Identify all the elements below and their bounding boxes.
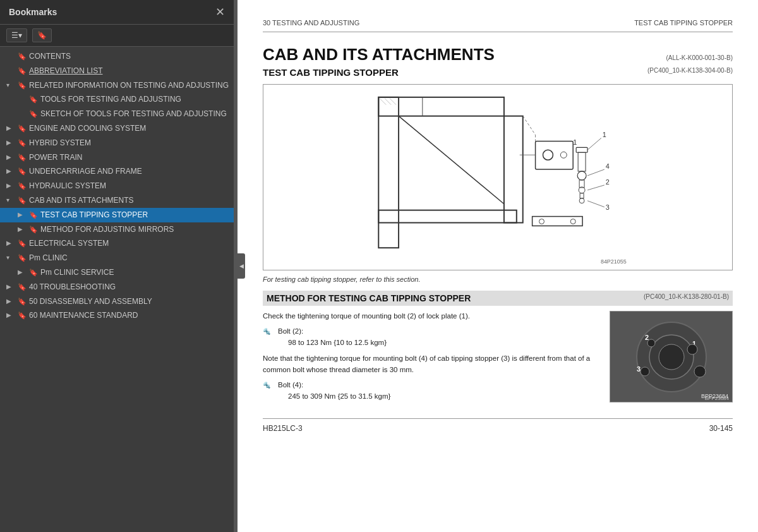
toggle-arrow-maintenance[interactable]: ▶ <box>6 311 15 320</box>
sidebar-content[interactable]: 🔖CONTENTS🔖ABBREVIATION LIST▾🔖RELATED INF… <box>0 47 234 532</box>
bolt2-value: 98 to 123 Nm {10 to 12.5 kgm} <box>278 339 387 346</box>
sidebar-item-disassembly[interactable]: ▶🔖50 DISASSEMBLY AND ASSEMBLY <box>0 294 234 309</box>
bookmark-icon-cab-attachments: 🔖 <box>18 196 27 205</box>
collapse-button[interactable]: ◀ <box>238 253 245 279</box>
bookmark-label-contents: CONTENTS <box>29 51 230 62</box>
bookmark-label-electrical: ELECTRICAL SYSTEM <box>29 238 230 249</box>
bookmark-icon-contents: 🔖 <box>18 52 27 61</box>
bookmark-label-related-info: RELATED INFORMATION ON TESTING AND ADJUS… <box>29 80 230 91</box>
toggle-arrow-pm-clinic[interactable]: ▾ <box>6 253 15 262</box>
sub-title: TEST CAB TIPPING STOPPER <box>263 67 399 78</box>
sub-title-ref: (PC400_10-K-K138-304-00-B) <box>647 67 733 74</box>
sidebar-item-sketch-tools[interactable]: 🔖SKETCH OF TOOLS FOR TESTING AND ADJUSTI… <box>0 107 234 121</box>
bookmark-icon-undercarriage: 🔖 <box>18 167 27 176</box>
bookmark-icon-maintenance: 🔖 <box>18 311 27 320</box>
sidebar-item-maintenance[interactable]: ▶🔖60 MAINTENANCE STANDARD <box>0 308 234 323</box>
method-content: Check the tightening torque of mounting … <box>263 311 733 406</box>
toggle-arrow-engine-cooling[interactable]: ▶ <box>6 124 15 133</box>
main-title: CAB AND ITS ATTACHMENTS <box>263 45 495 64</box>
toggle-arrow-hybrid[interactable]: ▶ <box>6 138 15 147</box>
sidebar-item-power-train[interactable]: ▶🔖POWER TRAIN <box>0 150 234 165</box>
bookmark-label-cab-attachments: CAB AND ITS ATTACHMENTS <box>29 195 230 206</box>
sidebar-header: Bookmarks ✕ <box>0 0 234 25</box>
method-para1: Check the tightening torque of mounting … <box>263 311 603 322</box>
bookmark-icon-hydraulic: 🔖 <box>18 181 27 191</box>
sidebar-item-tools-testing[interactable]: 🔖TOOLS FOR TESTING AND ADJUSTING <box>0 92 234 107</box>
toolbar-menu-button[interactable]: ☰▾ <box>6 28 27 42</box>
sidebar-title: Bookmarks <box>9 7 57 17</box>
diagram-note: For testing cab tipping stopper, refer t… <box>263 275 733 283</box>
page-footer: HB215LC-3 30-145 <box>263 418 733 433</box>
toggle-arrow-disassembly[interactable]: ▶ <box>6 297 15 306</box>
sidebar-close-button[interactable]: ✕ <box>215 6 225 18</box>
bookmark-label-disassembly: 50 DISASSEMBLY AND ASSEMBLY <box>29 296 230 307</box>
bookmark-label-undercarriage: UNDERCARRIAGE AND FRAME <box>29 166 230 177</box>
svg-text:4: 4 <box>606 162 610 170</box>
sidebar-item-troubleshooting[interactable]: ▶🔖40 TROUBLESHOOTING <box>0 280 234 294</box>
toggle-arrow-cab-attachments[interactable]: ▾ <box>6 196 15 205</box>
sidebar-item-hybrid[interactable]: ▶🔖HYBRID SYSTEM <box>0 136 234 150</box>
bolt4-label: Bolt (4): <box>278 381 303 389</box>
main-content: 30 TESTING AND ADJUSTING TEST CAB TIPPIN… <box>238 0 758 532</box>
bookmark-label-engine-cooling: ENGINE AND COOLING SYSTEM <box>29 123 230 134</box>
bookmark-icon-hybrid: 🔖 <box>18 138 27 148</box>
bookmark-label-sketch-tools: SKETCH OF TOOLS FOR TESTING AND ADJUSTIN… <box>40 109 230 119</box>
toggle-arrow-undercarriage[interactable]: ▶ <box>6 167 15 176</box>
bookmark-label-hydraulic: HYDRAULIC SYSTEM <box>29 181 230 191</box>
page-header-bar: 30 TESTING AND ADJUSTING TEST CAB TIPPIN… <box>263 19 733 32</box>
bolt2-label: Bolt (2): <box>278 327 303 335</box>
header-left: 30 TESTING AND ADJUSTING <box>263 19 359 27</box>
bookmark-label-hybrid: HYBRID SYSTEM <box>29 138 230 148</box>
svg-point-40 <box>659 344 684 370</box>
method-image: 2 1 3 4 BPP23684 BPP23684 <box>610 311 733 402</box>
footer-left: HB215LC-3 <box>263 424 303 433</box>
bookmark-icon-test-cab: 🔖 <box>29 210 38 220</box>
method-image-fig-label: BPP23684 <box>701 393 728 399</box>
bookmark-icon-sketch-tools: 🔖 <box>29 109 38 119</box>
sidebar-item-cab-attachments[interactable]: ▾🔖CAB AND ITS ATTACHMENTS <box>0 193 234 208</box>
svg-text:3: 3 <box>606 203 610 211</box>
toggle-arrow-troubleshooting[interactable]: ▶ <box>6 282 15 291</box>
toggle-arrow-related-info[interactable]: ▾ <box>6 81 15 90</box>
svg-point-46 <box>687 344 697 354</box>
diagram-svg: 1 1 4 2 3 <box>263 85 732 270</box>
sidebar-item-test-cab[interactable]: ▶🔖TEST CAB TIPPING STOPPER <box>0 208 234 222</box>
toggle-arrow-test-cab[interactable]: ▶ <box>18 210 27 219</box>
svg-text:3: 3 <box>637 365 641 373</box>
sidebar-item-undercarriage[interactable]: ▶🔖UNDERCARRIAGE AND FRAME <box>0 164 234 179</box>
sidebar-item-method-mirrors[interactable]: ▶🔖METHOD FOR ADJUSTING MIRRORS <box>0 222 234 237</box>
bookmark-icon-electrical: 🔖 <box>18 239 27 248</box>
main-title-ref: (ALL-K-K000-001-30-B) <box>666 54 733 61</box>
sidebar-item-contents[interactable]: 🔖CONTENTS <box>0 49 234 64</box>
sidebar-item-hydraulic[interactable]: ▶🔖HYDRAULIC SYSTEM <box>0 179 234 193</box>
bolt4-icon: 🔩 <box>263 380 274 390</box>
method-section-title: METHOD FOR TESTING CAB TIPPING STOPPER <box>267 293 471 303</box>
toggle-arrow-electrical[interactable]: ▶ <box>6 239 15 248</box>
svg-text:2: 2 <box>645 334 649 341</box>
bookmark-icon-engine-cooling: 🔖 <box>18 124 27 133</box>
bookmark-icon-pm-clinic: 🔖 <box>18 253 27 263</box>
bolt4-item: 🔩 Bolt (4): 245 to 309 Nm {25 to 31.5 kg… <box>263 380 603 402</box>
toggle-arrow-pm-clinic-service[interactable]: ▶ <box>18 268 27 277</box>
svg-rect-0 <box>341 85 655 270</box>
bookmark-label-method-mirrors: METHOD FOR ADJUSTING MIRRORS <box>40 224 230 235</box>
sidebar: Bookmarks ✕ ☰▾ 🔖 🔖CONTENTS🔖ABBREVIATION … <box>0 0 234 532</box>
sidebar-item-related-info[interactable]: ▾🔖RELATED INFORMATION ON TESTING AND ADJ… <box>0 78 234 93</box>
sidebar-item-engine-cooling[interactable]: ▶🔖ENGINE AND COOLING SYSTEM <box>0 121 234 136</box>
toggle-arrow-power-train[interactable]: ▶ <box>6 153 15 162</box>
sidebar-toolbar: ☰▾ 🔖 <box>0 25 234 47</box>
toolbar-bookmark-button[interactable]: 🔖 <box>32 28 52 42</box>
method-text: Check the tightening torque of mounting … <box>263 311 603 406</box>
sidebar-item-abbreviation[interactable]: 🔖ABBREVIATION LIST <box>0 64 234 78</box>
toggle-arrow-hydraulic[interactable]: ▶ <box>6 181 15 190</box>
bookmark-icon-power-train: 🔖 <box>18 153 27 162</box>
svg-text:2: 2 <box>606 178 610 186</box>
sidebar-item-electrical[interactable]: ▶🔖ELECTRICAL SYSTEM <box>0 236 234 251</box>
toggle-arrow-method-mirrors[interactable]: ▶ <box>18 225 27 234</box>
sidebar-item-pm-clinic-service[interactable]: ▶🔖Pm CLINIC SERVICE <box>0 265 234 280</box>
sidebar-item-pm-clinic[interactable]: ▾🔖Pm CLINIC <box>0 251 234 265</box>
bolt4-text: Bolt (4): 245 to 309 Nm {25 to 31.5 kgm} <box>278 380 390 402</box>
bolt2-item: 🔩 Bolt (2): 98 to 123 Nm {10 to 12.5 kgm… <box>263 326 603 349</box>
bookmark-icon-method-mirrors: 🔖 <box>29 225 38 234</box>
sub-title-row: TEST CAB TIPPING STOPPER (PC400_10-K-K13… <box>263 67 733 78</box>
